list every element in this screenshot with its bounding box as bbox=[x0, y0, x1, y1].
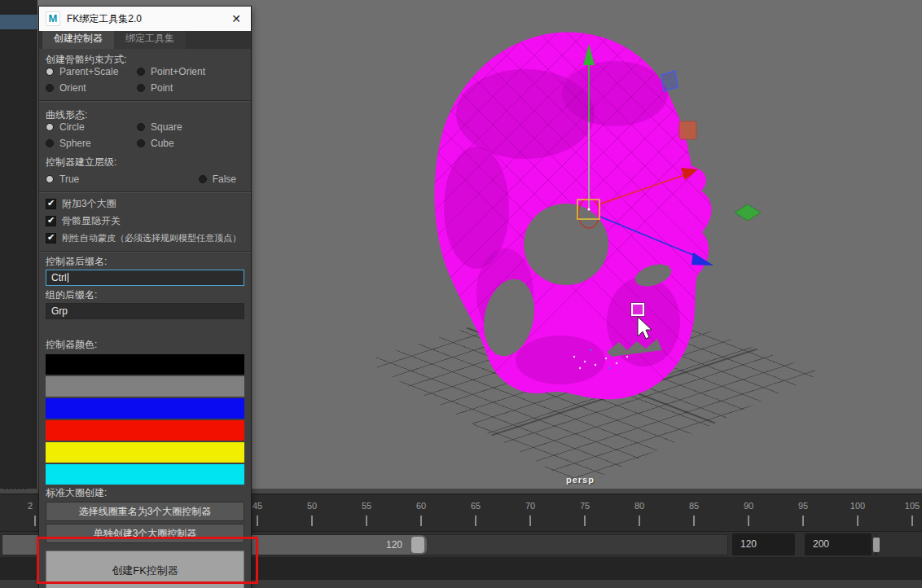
radio-icon[interactable] bbox=[137, 84, 145, 92]
rename-3-circles-button[interactable]: 选择线圈重名为3个大圈控制器 bbox=[46, 502, 244, 521]
grp-suffix-label: 组的后缀名: bbox=[46, 288, 244, 301]
frame-label: 2 bbox=[28, 501, 33, 511]
radio-icon[interactable] bbox=[137, 123, 145, 131]
color-swatch-black[interactable] bbox=[46, 354, 244, 375]
radio-circle[interactable]: Circle bbox=[46, 121, 137, 133]
range-end-value: 120 bbox=[386, 535, 402, 555]
playback-end-field[interactable]: 120 bbox=[732, 533, 795, 555]
constraint-section-label: 创建骨骼约束方式: bbox=[46, 49, 244, 64]
green-diamond-handle-icon[interactable] bbox=[735, 204, 761, 221]
close-icon[interactable]: ✕ bbox=[228, 12, 244, 25]
radio-cube[interactable]: Cube bbox=[137, 138, 174, 149]
hierarchy-section-label: 控制器建立层级: bbox=[46, 151, 244, 166]
color-swatch-cyan[interactable] bbox=[46, 464, 244, 485]
checkbox-bone-visibility[interactable]: 骨骼显隐开关 bbox=[46, 213, 244, 230]
radio-icon[interactable] bbox=[46, 123, 54, 131]
frame-label: 85 bbox=[678, 501, 710, 511]
maya-window: persp •••••• 2 45 50 55 60 65 70 75 80 8… bbox=[0, 0, 922, 588]
blue-plane-handle-icon[interactable] bbox=[661, 71, 678, 91]
frame-label: 95 bbox=[787, 501, 819, 511]
frame-label: 80 bbox=[623, 501, 656, 511]
radio-parent-scale[interactable]: Parent+Scale bbox=[46, 66, 137, 77]
radio-point-orient[interactable]: Point+Orient bbox=[137, 66, 205, 77]
checkbox-icon[interactable] bbox=[46, 233, 56, 244]
frame-label: 50 bbox=[296, 501, 328, 511]
create-fk-controller-button[interactable]: 创建FK控制器 bbox=[46, 551, 244, 588]
maya-logo-icon: M bbox=[46, 11, 60, 26]
radio-square[interactable]: Square bbox=[137, 121, 182, 133]
frame-label: 70 bbox=[514, 501, 547, 511]
color-swatch-red[interactable] bbox=[46, 420, 244, 441]
frame-label: 65 bbox=[459, 501, 492, 511]
eye-socket bbox=[524, 204, 608, 285]
color-swatch-blue[interactable] bbox=[46, 398, 244, 419]
radio-orient[interactable]: Orient bbox=[46, 82, 137, 94]
radio-icon[interactable] bbox=[46, 68, 54, 76]
tab-binding-toolset[interactable]: 绑定工具集 bbox=[114, 29, 186, 49]
standard-section-label: 标准大圈创建: bbox=[46, 486, 244, 499]
checkbox-icon[interactable] bbox=[46, 216, 56, 226]
color-swatch-gray[interactable] bbox=[46, 376, 244, 397]
radio-point[interactable]: Point bbox=[137, 82, 173, 94]
create-3-circles-button[interactable]: 单独创建3个大圈控制器 bbox=[46, 524, 244, 543]
radio-icon[interactable] bbox=[46, 84, 54, 92]
radio-icon[interactable] bbox=[46, 175, 54, 183]
dialog-tabbar: 创建控制器 绑定工具集 bbox=[39, 31, 251, 49]
radio-true[interactable]: True bbox=[46, 173, 137, 185]
frame-label: 90 bbox=[732, 501, 765, 511]
checkbox-rigid-skin[interactable]: 刚性自动蒙皮（必须选择规则模型任意顶点） bbox=[46, 230, 244, 247]
curve-section-label: 曲线形态: bbox=[46, 104, 244, 119]
resize-grip-icon[interactable]: •••••• bbox=[3, 485, 29, 493]
dialog-titlebar[interactable]: M FK绑定工具集2.0 ✕ bbox=[39, 7, 251, 31]
fk-tool-dialog: M FK绑定工具集2.0 ✕ 创建控制器 绑定工具集 创建骨骼约束方式: Par… bbox=[39, 7, 251, 588]
dialog-title: FK绑定工具集2.0 bbox=[67, 12, 142, 26]
frame-label: 105 bbox=[896, 501, 922, 511]
frame-label: 55 bbox=[350, 501, 383, 511]
checkbox-add-3-circles[interactable]: 附加3个大圈 bbox=[46, 195, 244, 213]
color-section-label: 控制器颜色: bbox=[46, 338, 244, 351]
frame-label: 100 bbox=[841, 501, 874, 511]
radio-icon[interactable] bbox=[199, 175, 207, 183]
radio-icon[interactable] bbox=[137, 139, 145, 147]
text-caret bbox=[68, 273, 68, 283]
slider-knob[interactable] bbox=[873, 538, 880, 552]
color-swatch-yellow[interactable] bbox=[46, 442, 244, 463]
radio-sphere[interactable]: Sphere bbox=[46, 138, 137, 149]
radio-icon[interactable] bbox=[137, 68, 145, 76]
camera-name-label: persp bbox=[566, 475, 595, 485]
left-toolbar-strip bbox=[0, 0, 37, 489]
toolbar-selected-item[interactable] bbox=[0, 15, 37, 29]
frame-label: 75 bbox=[569, 501, 601, 511]
radio-false[interactable]: False bbox=[199, 173, 244, 185]
animation-end-field[interactable]: 200 bbox=[805, 533, 872, 555]
range-slider-handle[interactable] bbox=[411, 537, 424, 553]
ctrl-suffix-label: 控制器后缀名: bbox=[46, 255, 244, 268]
checkbox-icon[interactable] bbox=[46, 199, 56, 209]
tab-create-controller[interactable]: 创建控制器 bbox=[42, 29, 114, 49]
grp-suffix-input[interactable]: Grp bbox=[46, 303, 244, 319]
playback-speed-slider[interactable] bbox=[872, 534, 880, 555]
ctrl-suffix-input[interactable]: Ctrl bbox=[46, 270, 244, 286]
radio-icon[interactable] bbox=[46, 139, 54, 147]
orange-handle-icon[interactable] bbox=[679, 121, 696, 139]
frame-label: 60 bbox=[405, 501, 437, 511]
